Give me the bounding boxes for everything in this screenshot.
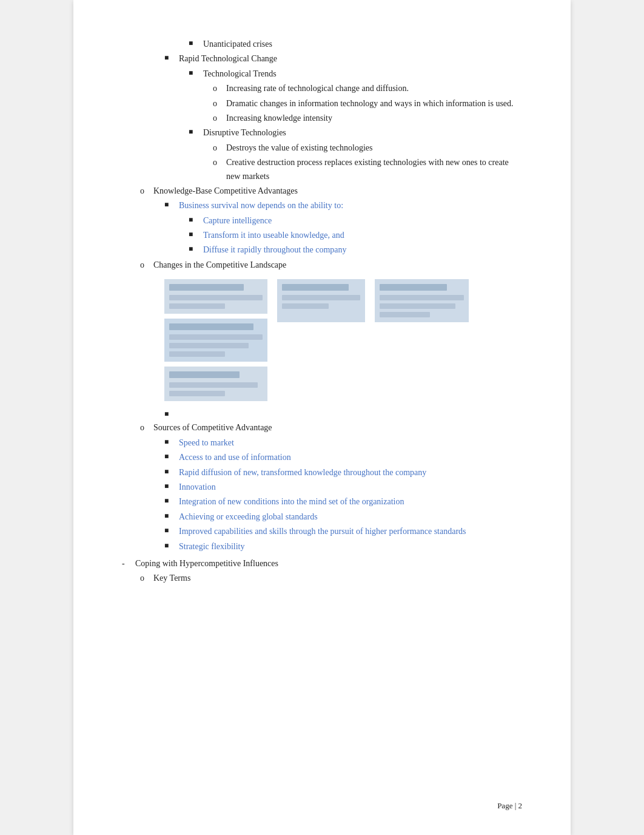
image-placeholder-item xyxy=(122,279,522,401)
item-text: Key Terms xyxy=(153,572,190,585)
list-item: o Destroys the value of existing technol… xyxy=(122,141,522,155)
list-item: ■ Innovation xyxy=(122,481,522,494)
item-text: Knowledge-Base Competitive Advantages xyxy=(153,184,298,198)
bullet-marker: ■ xyxy=(164,481,175,494)
bullet-marker: ■ xyxy=(189,67,200,81)
list-item: ■ Rapid diffusion of new, transformed kn… xyxy=(122,466,522,479)
list-item: ■ Achieving or exceeding global standard… xyxy=(122,510,522,524)
bullet-marker: ■ xyxy=(164,466,175,479)
item-text: Diffuse it rapidly throughout the compan… xyxy=(203,243,347,257)
bullet-marker: ■ xyxy=(164,510,175,524)
item-text: Destroys the value of existing technolog… xyxy=(226,141,372,155)
list-item: o Creative destruction process replaces … xyxy=(122,156,522,183)
item-text: Capture intelligence xyxy=(203,214,272,228)
item-text: Speed to market xyxy=(179,436,234,450)
diagram-card xyxy=(164,279,267,314)
bullet-marker: o xyxy=(213,97,223,110)
list-item: - Coping with Hypercompetitive Influence… xyxy=(122,557,522,570)
list-item: ■ Diffuse it rapidly throughout the comp… xyxy=(122,243,522,257)
list-item: ■ Improved capabilities and skills throu… xyxy=(122,525,522,538)
page-number: Page | 2 xyxy=(497,801,522,811)
list-item: ■ Access to and use of information xyxy=(122,451,522,464)
item-text: Technological Trends xyxy=(203,67,277,81)
list-item: ■ Unanticipated crises xyxy=(122,38,522,51)
item-text: Business survival now depends on the abi… xyxy=(179,199,343,212)
page: ■ Unanticipated crises ■ Rapid Technolog… xyxy=(73,0,571,835)
bullet-marker: ■ xyxy=(164,199,175,212)
list-item: ■ Business survival now depends on the a… xyxy=(122,199,522,212)
item-text: Innovation xyxy=(179,481,216,494)
item-text: Strategic flexibility xyxy=(179,540,244,553)
list-item: o Knowledge-Base Competitive Advantages xyxy=(122,184,522,198)
outline-list: ■ Unanticipated crises ■ Rapid Technolog… xyxy=(122,38,522,586)
item-text: Rapid Technological Change xyxy=(179,52,277,66)
bullet-marker: ■ xyxy=(189,126,200,140)
diagram-card-bottom xyxy=(164,367,267,401)
bullet-marker: o xyxy=(213,141,223,155)
item-text: Improved capabilities and skills through… xyxy=(179,525,466,538)
list-item: ■ Rapid Technological Change xyxy=(122,52,522,66)
diagram-card xyxy=(277,279,365,322)
bullet-marker: ■ xyxy=(189,229,200,242)
bullet-marker: ■ xyxy=(164,525,175,538)
bullet-marker: ■ xyxy=(164,495,175,509)
item-text: Transform it into useable knowledge, and xyxy=(203,229,344,242)
diagram-card xyxy=(375,279,469,322)
list-item: o Increasing knowledge intensity xyxy=(122,112,522,125)
item-text: Rapid diffusion of new, transformed know… xyxy=(179,466,426,479)
bullet-marker: ■ xyxy=(189,214,200,228)
bullet-marker: o xyxy=(213,156,223,183)
item-text: Sources of Competitive Advantage xyxy=(153,421,272,434)
item-text: Increasing rate of technological change … xyxy=(226,82,409,95)
diagram-top-row xyxy=(164,279,522,362)
bullet-marker: ■ xyxy=(164,408,175,420)
list-item: ■ Disruptive Technologies xyxy=(122,126,522,140)
bullet-marker: ■ xyxy=(164,436,175,450)
item-text: Achieving or exceeding global standards xyxy=(179,510,318,524)
item-text: Integration of new conditions into the m… xyxy=(179,495,404,509)
list-item: ■ Capture intelligence xyxy=(122,214,522,228)
list-item: ■ Transform it into useable knowledge, a… xyxy=(122,229,522,242)
diagram-card xyxy=(164,319,267,362)
blurred-diagram xyxy=(164,279,522,401)
list-item: o Dramatic changes in information techno… xyxy=(122,97,522,110)
list-item: ■ xyxy=(122,408,522,420)
list-item: ■ Technological Trends xyxy=(122,67,522,81)
item-text: Changes in the Competitive Landscape xyxy=(153,259,286,272)
bullet-marker: ■ xyxy=(164,52,175,66)
bullet-marker: ■ xyxy=(189,38,200,51)
bullet-marker: o xyxy=(140,259,150,272)
item-text: Coping with Hypercompetitive Influences xyxy=(135,557,278,570)
item-text: Disruptive Technologies xyxy=(203,126,286,140)
bullet-marker: - xyxy=(122,557,132,570)
bullet-marker: ■ xyxy=(189,243,200,257)
item-text: Unanticipated crises xyxy=(203,38,272,51)
bullet-marker: ■ xyxy=(164,540,175,553)
bullet-marker: o xyxy=(140,421,150,434)
list-item: ■ Strategic flexibility xyxy=(122,540,522,553)
bullet-marker: o xyxy=(140,572,150,585)
list-item: ■ Speed to market xyxy=(122,436,522,450)
list-item: o Increasing rate of technological chang… xyxy=(122,82,522,95)
list-item: ■ Integration of new conditions into the… xyxy=(122,495,522,509)
list-item: o Key Terms xyxy=(122,572,522,585)
content-area: ■ Unanticipated crises ■ Rapid Technolog… xyxy=(122,38,522,586)
bullet-marker: o xyxy=(140,184,150,198)
item-text: Increasing knowledge intensity xyxy=(226,112,332,125)
item-text: Dramatic changes in information technolo… xyxy=(226,97,514,110)
bullet-marker: ■ xyxy=(164,451,175,464)
item-text: Access to and use of information xyxy=(179,451,291,464)
bullet-marker: o xyxy=(213,82,223,95)
list-item: o Changes in the Competitive Landscape xyxy=(122,259,522,272)
item-text: Creative destruction process replaces ex… xyxy=(226,156,522,183)
list-item: o Sources of Competitive Advantage xyxy=(122,421,522,434)
bullet-marker: o xyxy=(213,112,223,125)
